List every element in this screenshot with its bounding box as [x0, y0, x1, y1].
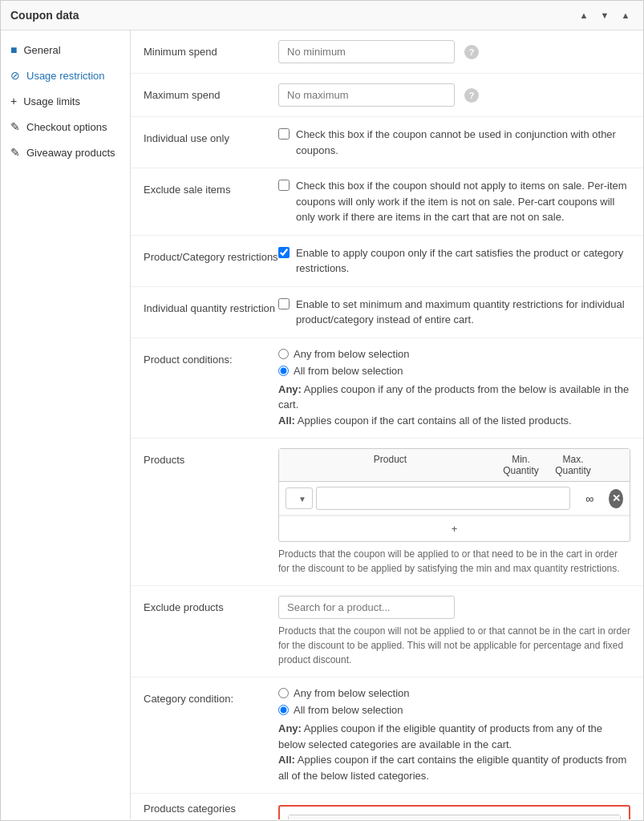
sidebar-label-usage-limits: Usage limits [23, 95, 80, 107]
product-conditions-all-option[interactable]: All from below selection [278, 365, 630, 377]
category-condition-desc: Any: Applies coupon if the eligible quan… [278, 721, 630, 783]
category-condition-row: Category condition: Any from below selec… [131, 677, 643, 794]
products-add-row[interactable]: + [279, 516, 630, 541]
products-search-row: Search for a product... ▼ ∞ ✕ [279, 482, 630, 516]
title-bar-controls: ▲ ▼ ▲ [576, 7, 634, 23]
products-categories-label: Products categories [144, 802, 278, 816]
product-min-qty-input[interactable] [316, 487, 570, 510]
products-add-icon: + [452, 523, 458, 535]
sidebar-label-giveaway-products: Giveaway products [26, 147, 115, 159]
product-search-select[interactable]: Search for a product... [286, 487, 313, 509]
individual-qty-checkbox[interactable] [278, 298, 290, 309]
categories-table: Category Min. Quantity Max. Quantity acc… [288, 815, 621, 819]
individual-qty-text: Enable to set minimum and maximum quanti… [296, 297, 630, 328]
category-condition-all-radio[interactable] [278, 705, 289, 715]
main-layout: ■ General ⊘ Usage restriction + Usage li… [1, 30, 643, 819]
products-col-del [599, 454, 623, 476]
minimum-spend-content: ? [278, 40, 630, 63]
products-label: Products [144, 448, 278, 467]
maximum-spend-label: Maximum spend [144, 83, 278, 103]
product-conditions-all-prefix: All: [278, 415, 295, 427]
product-conditions-any-option[interactable]: Any from below selection [278, 348, 630, 360]
product-delete-button[interactable]: ✕ [609, 489, 623, 508]
product-conditions-label: Product conditions: [144, 348, 278, 367]
products-categories-outer-row: Products categories Category Min. Quanti… [131, 794, 643, 819]
product-conditions-content: Any from below selection All from below … [278, 348, 630, 429]
sidebar-item-general[interactable]: ■ General [1, 37, 130, 63]
sidebar-label-usage-restriction: Usage restriction [26, 70, 105, 82]
product-category-restrictions-row: Product/Category restrictions Enable to … [131, 236, 643, 287]
exclude-products-content: Products that the coupon will not be app… [278, 596, 630, 667]
exclude-products-label: Exclude products [144, 596, 278, 615]
products-col-min: Min. Quantity [495, 454, 547, 476]
product-conditions-all-desc: Applies coupon if the cart contains all … [295, 415, 572, 427]
individual-use-text: Check this box if the coupon cannot be u… [296, 127, 630, 158]
maximum-spend-input[interactable] [278, 83, 455, 107]
sidebar-item-usage-restriction[interactable]: ⊘ Usage restriction [1, 63, 130, 88]
title-bar: Coupon data ▲ ▼ ▲ [1, 1, 643, 30]
exclude-sale-row: Exclude sale items Check this box if the… [131, 168, 643, 236]
product-category-checkbox[interactable] [278, 247, 290, 258]
exclude-sale-checkbox[interactable] [278, 180, 290, 191]
cat-any-desc: Applies coupon if the eligible quantity … [278, 722, 602, 750]
product-conditions-any-prefix: Any: [278, 383, 302, 395]
products-desc: Products that the coupon will be applied… [278, 547, 630, 576]
sidebar-item-giveaway-products[interactable]: ✎ Giveaway products [1, 140, 130, 165]
individual-qty-content: Enable to set minimum and maximum quanti… [278, 297, 630, 328]
exclude-products-row: Exclude products Products that the coupo… [131, 586, 643, 677]
sidebar: ■ General ⊘ Usage restriction + Usage li… [1, 30, 131, 819]
sidebar-label-checkout-options: Checkout options [26, 121, 107, 133]
product-conditions-any-radio[interactable] [278, 349, 289, 359]
individual-use-label: Individual use only [144, 127, 278, 146]
expand-button[interactable]: ▲ [618, 7, 634, 23]
minimum-spend-row: Minimum spend ? [131, 30, 643, 74]
cat-all-desc: Applies coupon if the cart contains the … [278, 754, 626, 782]
product-conditions-any-desc: Applies coupon if any of the products fr… [278, 383, 629, 411]
products-col-max: Max. Quantity [547, 454, 599, 476]
products-table: Product Min. Quantity Max. Quantity Sear… [278, 448, 630, 542]
category-condition-any-label: Any from below selection [294, 687, 410, 699]
scroll-down-button[interactable]: ▼ [597, 7, 613, 23]
minimum-spend-input[interactable] [278, 40, 455, 63]
product-conditions-any-label: Any from below selection [294, 348, 410, 360]
product-conditions-all-radio[interactable] [278, 366, 289, 376]
products-categories-highlighted: Category Min. Quantity Max. Quantity acc… [278, 805, 630, 819]
exclude-sale-text: Check this box if the coupon should not … [296, 178, 630, 225]
general-icon: ■ [10, 43, 17, 56]
sidebar-item-usage-limits[interactable]: + Usage limits [1, 88, 130, 114]
categories-table-header: Category Min. Quantity Max. Quantity [289, 815, 620, 819]
exclude-products-desc: Products that the coupon will not be app… [278, 624, 630, 667]
minimum-spend-label: Minimum spend [144, 40, 278, 59]
products-col-product: Product [286, 454, 495, 476]
category-condition-label: Category condition: [144, 687, 278, 706]
product-category-content: Enable to apply coupon only if the cart … [278, 245, 630, 277]
individual-use-checkbox[interactable] [278, 128, 290, 140]
coupon-data-window: Coupon data ▲ ▼ ▲ ■ General ⊘ Usage rest… [0, 0, 644, 821]
individual-qty-row: Individual quantity restriction Enable t… [131, 287, 643, 338]
products-content: Product Min. Quantity Max. Quantity Sear… [278, 448, 630, 576]
exclude-products-search[interactable] [278, 596, 455, 619]
exclude-sale-content: Check this box if the coupon should not … [278, 178, 630, 225]
product-conditions-desc: Any: Applies coupon if any of the produc… [278, 382, 630, 429]
usage-limits-icon: + [10, 95, 17, 107]
scroll-up-button[interactable]: ▲ [576, 7, 592, 23]
products-row: Products Product Min. Quantity Max. Quan… [131, 439, 643, 586]
exclude-sale-label: Exclude sale items [144, 178, 278, 197]
product-max-infinity: ∞ [573, 492, 606, 505]
window-title: Coupon data [10, 9, 79, 22]
product-conditions-row: Product conditions: Any from below selec… [131, 338, 643, 439]
usage-restriction-icon: ⊘ [10, 69, 20, 82]
maximum-spend-help-icon[interactable]: ? [464, 88, 479, 103]
category-condition-any-option[interactable]: Any from below selection [278, 687, 630, 699]
sidebar-item-checkout-options[interactable]: ✎ Checkout options [1, 114, 130, 140]
sidebar-label-general: General [23, 44, 60, 56]
maximum-spend-content: ? [278, 83, 630, 107]
category-condition-any-radio[interactable] [278, 688, 289, 698]
category-condition-all-option[interactable]: All from below selection [278, 704, 630, 716]
individual-qty-label: Individual quantity restriction [144, 297, 278, 316]
product-conditions-all-label: All from below selection [294, 365, 403, 377]
cat-any-prefix: Any: [278, 722, 302, 734]
products-categories-content: Category Min. Quantity Max. Quantity acc… [278, 802, 630, 819]
minimum-spend-help-icon[interactable]: ? [464, 45, 479, 59]
maximum-spend-row: Maximum spend ? [131, 74, 643, 117]
